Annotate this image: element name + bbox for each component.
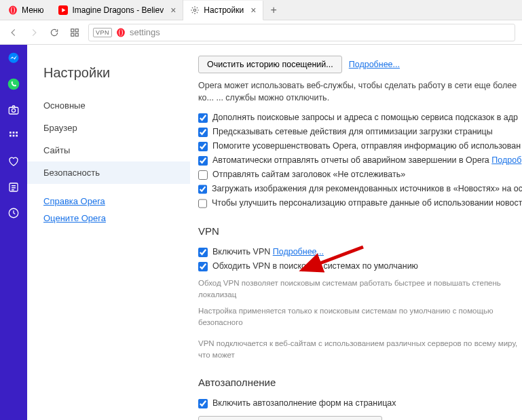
clear-more-link[interactable]: Подробнее... [349,60,400,69]
page-title: Настройки [27,53,190,94]
crash-more-link[interactable]: Подроб [491,155,521,165]
svg-point-12 [9,53,19,63]
new-tab-button[interactable]: + [263,4,283,16]
autofill-heading: Автозаполнение [198,377,522,388]
sidebar-item-browser[interactable]: Браузер [27,117,190,139]
heart-icon[interactable] [7,155,20,168]
chk-dnt[interactable] [198,170,208,180]
svg-point-15 [12,109,15,112]
chk-label[interactable]: Отправлять сайтам заголовок «Не отслежив… [212,170,405,179]
chk-improve[interactable] [198,142,208,151]
rate-link[interactable]: Оцените Opera [43,213,174,223]
chk-label[interactable]: Помогите усовершенствовать Opera, отправ… [212,141,521,151]
settings-main: Очистить историю посещений... Подробнее.… [190,45,522,420]
chk-vpn-bypass[interactable] [198,262,208,271]
close-icon[interactable]: × [250,5,256,16]
chk-suggest[interactable] [198,113,208,123]
svg-rect-8 [75,33,78,36]
chk-label[interactable]: Включить автозаполнение форм на страница… [212,398,396,408]
tab-title: Настройки [204,5,244,15]
settings-sidebar: Настройки Основные Браузер Сайты Безопас… [27,45,190,420]
speed-dial-button[interactable] [68,26,81,39]
titlebar: Меню Imagine Dragons - Believ × Настройк… [0,0,522,20]
menu-label: Меню [22,5,43,15]
chk-vpn-enable[interactable] [198,248,208,257]
svg-rect-21 [16,135,18,137]
svg-rect-7 [71,33,74,36]
clear-history-button[interactable]: Очистить историю посещений... [198,56,342,73]
back-button[interactable] [7,26,20,39]
vpn-hint: Настройка применяется только к поисковым… [198,305,522,329]
help-link[interactable]: Справка Opera [43,196,174,206]
history-icon[interactable] [7,206,20,220]
vpn-badge[interactable]: VPN [93,28,112,37]
chk-label[interactable]: Предсказывать сетевые действия для оптим… [212,127,493,136]
opera-icon [116,28,126,37]
gear-icon [190,5,200,15]
chk-label[interactable]: Автоматически отправлять отчеты об авари… [212,155,521,165]
vpn-more-link[interactable]: Подробнее... [273,247,324,256]
chk-label[interactable]: Включить VPN Подробнее... [212,247,324,256]
address-input[interactable] [130,27,510,37]
forward-button[interactable] [27,26,41,39]
svg-rect-20 [13,135,15,137]
chk-crash[interactable] [198,156,208,166]
grid-icon[interactable] [7,129,20,142]
manage-autofill-button[interactable]: Управление настройками автозаполнения [198,416,382,421]
svg-point-2 [12,6,14,13]
svg-point-11 [119,28,122,35]
vpn-heading: VPN [198,225,522,237]
tab-title: Imagine Dragons - Believ [72,5,164,15]
chk-news-img[interactable] [198,185,207,194]
svg-rect-18 [16,132,18,134]
tab-youtube[interactable]: Imagine Dragons - Believ × [52,0,183,20]
svg-rect-5 [71,28,74,31]
svg-rect-19 [10,135,12,137]
news-icon[interactable] [7,180,20,194]
toolbar: VPN [0,20,522,45]
svg-rect-6 [75,28,78,31]
chk-personalize[interactable] [198,199,207,208]
tab-settings[interactable]: Настройки × [183,1,263,20]
chk-label[interactable]: Чтобы улучшить персонализацию отправьте … [212,198,522,208]
reload-button[interactable] [48,26,61,39]
chk-autofill[interactable] [198,399,208,408]
sidebar-item-sites[interactable]: Сайты [27,139,190,161]
chk-predict[interactable] [198,128,208,137]
snapshot-icon[interactable] [7,103,20,117]
address-bar[interactable]: VPN [88,24,515,41]
whatsapp-icon[interactable] [7,77,20,91]
svg-point-4 [194,9,197,12]
sidebar-item-security[interactable]: Безопасность [27,161,190,184]
opera-icon [8,5,18,15]
svg-rect-16 [10,132,12,134]
vpn-hint: Обход VPN позволяет поисковым системам р… [198,278,522,301]
youtube-icon [58,5,68,15]
messenger-icon[interactable] [7,52,20,65]
close-icon[interactable]: × [170,5,176,16]
svg-point-13 [8,79,20,90]
chk-label[interactable]: Обходить VPN в поисковых системах по умо… [212,261,418,271]
chk-label[interactable]: Загружать изображения для рекомендованны… [212,184,522,193]
sidebar-item-basic[interactable]: Основные [27,94,190,117]
left-sidebar [0,45,27,420]
menu-button[interactable]: Меню [0,0,52,20]
vpn-hint: VPN подключается к веб-сайтам с использо… [198,338,522,362]
web-services-desc: Opera может использовать веб-службы, что… [198,80,522,104]
svg-rect-17 [13,132,15,134]
chk-label[interactable]: Дополнять поисковые запросы и адреса с п… [212,113,518,122]
